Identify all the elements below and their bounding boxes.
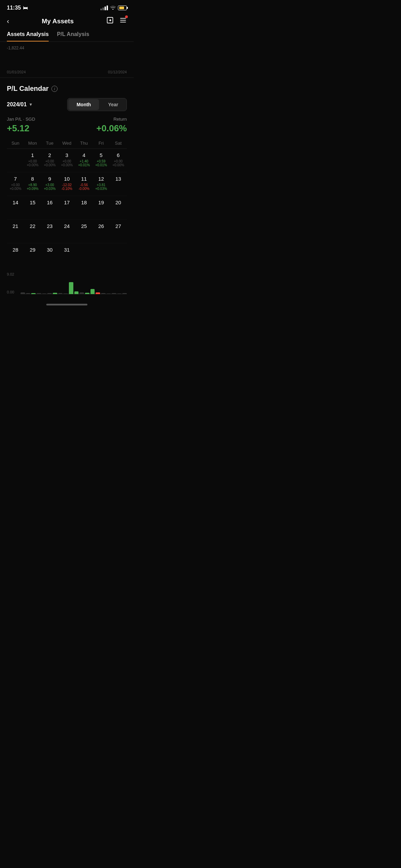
menu-icon[interactable]	[119, 16, 127, 26]
share-icon[interactable]	[106, 16, 114, 26]
mini-bar	[26, 293, 31, 294]
status-time: 11:35	[7, 5, 21, 11]
cal-cell-7: 7 +0.00 +0.00%	[7, 172, 24, 196]
cal-cell-23: 23	[41, 220, 58, 243]
status-bar: 11:35 🛏	[0, 0, 134, 14]
cal-week-5: 28 29 30 31	[7, 243, 127, 267]
cal-cell-31: 31	[58, 243, 75, 267]
cal-week-2: 7 +0.00 +0.00% 8 +8.90 +0.09% 9 +3.00 +0…	[7, 172, 127, 196]
mini-bar	[85, 293, 89, 294]
cal-cell-30: 30	[41, 243, 58, 267]
cal-cell-29: 29	[24, 243, 41, 267]
cal-week-4: 21 22 23 24 25 26 27	[7, 220, 127, 243]
mini-bar	[42, 293, 47, 294]
info-icon[interactable]: i	[51, 86, 58, 92]
cal-week-1: 1 +0.00 +0.00% 2 +0.00 +0.00% 3 +0.00 +0…	[7, 149, 127, 172]
chart-area: -1,822.44	[0, 42, 134, 69]
cal-cell-empty	[7, 149, 24, 172]
cal-cell-21: 21	[7, 220, 24, 243]
month-toggle-button[interactable]: Month	[68, 99, 99, 110]
cal-cell-14: 14	[7, 196, 24, 219]
cal-cell-27: 27	[110, 220, 127, 243]
cal-cell-6: 6 +0.00 +0.00%	[110, 149, 127, 172]
home-bar	[46, 304, 87, 305]
cal-cell-1: 1 +0.00 +0.00%	[24, 149, 41, 172]
cal-cell-13: 13	[110, 172, 127, 196]
cal-cell-19: 19	[93, 196, 110, 219]
weekday-tue: Tue	[41, 141, 58, 146]
mini-chart-bars	[21, 270, 127, 294]
page-title: My Assets	[42, 17, 74, 25]
mini-bar	[47, 293, 52, 294]
mini-bar	[80, 292, 84, 294]
mini-bar	[96, 292, 100, 294]
wifi-icon	[110, 5, 116, 11]
cal-cell-26: 26	[93, 220, 110, 243]
cal-cell-3: 3 +0.00 +0.00%	[58, 149, 75, 172]
header-icons	[106, 16, 127, 26]
chevron-down-icon: ▼	[29, 102, 33, 107]
status-icons	[100, 5, 127, 11]
mini-bar	[58, 293, 63, 294]
mini-bar	[69, 282, 73, 294]
cal-cell-22: 22	[24, 220, 41, 243]
weekday-sun: Sun	[7, 141, 24, 146]
mini-bar	[101, 293, 106, 294]
mini-bar	[21, 292, 25, 294]
notification-dot	[125, 15, 128, 18]
cal-cell-4: 4 +1.40 +0.01%	[75, 149, 93, 172]
mini-bar	[74, 291, 79, 294]
year-toggle-button[interactable]: Year	[100, 98, 126, 111]
mini-bar	[63, 293, 68, 294]
mini-bar	[31, 293, 36, 294]
tab-assets-analysis[interactable]: Assets Analysis	[7, 31, 49, 41]
cal-cell-25: 25	[75, 220, 93, 243]
period-label: 2024/01	[7, 101, 27, 108]
cal-cell-9: 9 +3.00 +0.03%	[41, 172, 58, 196]
cal-cell-16: 16	[41, 196, 58, 219]
back-button[interactable]: ‹	[7, 17, 9, 25]
calendar-grid: Sun Mon Tue Wed Thu Fri Sat 1 +0.00 +0.0…	[7, 138, 127, 267]
mini-bar	[53, 293, 57, 294]
weekday-sat: Sat	[110, 141, 127, 146]
toggle-row: 2024/01 ▼ Month Year	[7, 98, 127, 111]
pl-summary-label: Jan P/L · SGD	[7, 117, 35, 122]
chart-y-bottom-label: 0.00	[7, 290, 14, 294]
mini-bar	[112, 293, 116, 294]
cal-cell-2: 2 +0.00 +0.00%	[41, 149, 58, 172]
cal-cell-10: 10 -12.02 -0.10%	[58, 172, 75, 196]
cal-cell-empty-c	[110, 243, 127, 267]
cal-cell-12: 12 +3.81 +0.03%	[93, 172, 110, 196]
mini-bar	[107, 293, 111, 294]
chart-date-start: 01/01/2024	[7, 70, 26, 74]
chart-value-label: -1,822.44	[7, 46, 24, 50]
cal-cell-18: 18	[75, 196, 93, 219]
return-label: Return	[96, 117, 127, 122]
cal-cell-20: 20	[110, 196, 127, 219]
header: ‹ My Assets	[0, 14, 134, 31]
pl-left: Jan P/L · SGD +5.12	[7, 117, 35, 134]
tab-pl-analysis[interactable]: P/L Analysis	[57, 31, 89, 41]
bed-icon: 🛏	[23, 5, 28, 11]
weekday-thu: Thu	[75, 141, 93, 146]
signal-icon	[100, 5, 108, 10]
cal-cell-24: 24	[58, 220, 75, 243]
home-indicator	[0, 301, 134, 307]
chart-y-top-label: 9.02	[7, 272, 14, 276]
mini-bar	[37, 293, 41, 294]
pl-right: Return +0.06%	[96, 117, 127, 134]
cal-cell-15: 15	[24, 196, 41, 219]
mini-bar	[90, 289, 95, 294]
cal-cell-8: 8 +8.90 +0.09%	[24, 172, 41, 196]
period-selector[interactable]: 2024/01 ▼	[7, 101, 33, 108]
bottom-chart: 9.02 0.00	[0, 267, 134, 301]
tabs: Assets Analysis P/L Analysis	[0, 31, 134, 42]
cal-cell-empty-a	[75, 243, 93, 267]
pl-summary: Jan P/L · SGD +5.12 Return +0.06%	[7, 117, 127, 134]
chart-date-end: 01/12/2024	[108, 70, 127, 74]
return-value: +0.06%	[96, 123, 127, 134]
pl-calendar-section: P/L Calendar i 2024/01 ▼ Month Year Jan …	[0, 78, 134, 267]
battery-icon	[118, 5, 127, 10]
cal-cell-17: 17	[58, 196, 75, 219]
weekday-fri: Fri	[93, 141, 110, 146]
